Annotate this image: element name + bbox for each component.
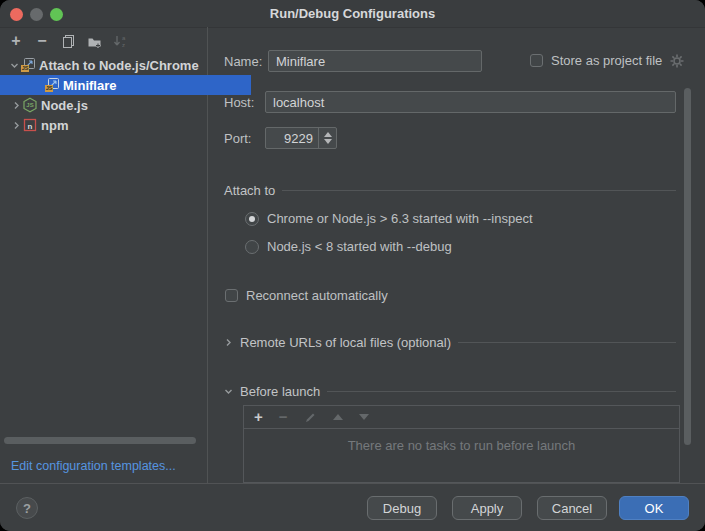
move-task-up-button[interactable] [333,414,343,420]
radio-label: Chrome or Node.js > 6.3 started with --i… [267,211,533,226]
tree-item-attach-node-chrome[interactable]: JS Attach to Node.js/Chrome [0,55,215,75]
move-task-down-button[interactable] [359,414,369,420]
before-launch-label: Before launch [240,384,320,399]
chevron-down-icon[interactable] [224,387,233,396]
before-launch-section-header[interactable]: Before launch [224,383,676,399]
remote-urls-section-header[interactable]: Remote URLs of local files (optional) [224,334,676,350]
gear-icon[interactable] [670,54,684,68]
tree-item-label: Miniflare [63,78,116,93]
name-label: Name: [224,54,262,69]
tree-item-nodejs[interactable]: JS Node.js [0,95,217,115]
edit-task-button pencil-icon[interactable] [304,411,317,424]
radio-unselected-icon[interactable] [245,240,259,254]
port-label: Port: [224,131,251,146]
port-value: 9229 [284,131,313,146]
store-as-project-file-row[interactable]: Store as project file [530,53,684,68]
remove-configuration-button[interactable]: − [34,33,50,49]
before-launch-empty-text: There are no tasks to run before launch [244,438,679,453]
copy-icon [61,34,76,49]
attach-nodejs-chrome-icon: JS [20,57,36,73]
sort-configurations-button[interactable]: a z [112,33,128,49]
name-input[interactable]: Miniflare [268,50,482,72]
question-mark-icon: ? [23,501,31,516]
reconnect-label: Reconnect automatically [246,288,388,303]
svg-text:a: a [122,35,126,41]
debug-button[interactable]: Debug [367,496,437,520]
attach-to-section-header: Attach to [224,182,676,198]
run-debug-configurations-dialog: Run/Debug Configurations + − a z [0,0,705,531]
store-as-project-file-checkbox[interactable] [530,54,543,67]
edit-configuration-templates-link[interactable]: Edit configuration templates... [11,459,176,473]
add-task-button plus-icon[interactable]: + [254,409,263,425]
chevron-right-icon[interactable] [224,338,233,347]
chevron-down-icon[interactable] [8,61,20,70]
radio-label: Node.js < 8 started with --debug [267,239,452,254]
stepper-down-icon[interactable] [324,139,332,144]
add-configuration-button[interactable]: + [8,33,24,49]
store-as-project-file-label: Store as project file [551,53,662,68]
plus-icon: + [11,33,20,49]
tree-item-npm[interactable]: n npm [0,115,217,135]
section-separator [327,391,676,392]
new-folder-icon [87,34,102,49]
port-input[interactable]: 9229 [265,127,337,149]
before-launch-toolbar: + − [244,406,679,429]
minus-icon: − [37,33,46,49]
tree-item-miniflare[interactable]: JS Miniflare [0,75,251,95]
ok-button[interactable]: OK [619,496,689,520]
cancel-button[interactable]: Cancel [537,496,607,520]
sidebar-horizontal-scrollbar[interactable] [4,437,196,444]
radio-option-inspect[interactable]: Chrome or Node.js > 6.3 started with --i… [245,211,533,226]
section-separator [282,190,676,191]
attach-to-label: Attach to [224,183,275,198]
svg-text:n: n [28,122,33,131]
host-label: Host: [224,95,254,110]
remove-task-button minus-icon[interactable]: − [279,409,288,425]
svg-text:JS: JS [22,65,29,71]
stepper-up-icon[interactable] [324,132,332,137]
radio-selected-icon[interactable] [245,212,259,226]
port-stepper[interactable] [318,128,336,148]
sort-alpha-icon: a z [113,34,128,49]
apply-button[interactable]: Apply [452,496,522,520]
dialog-title: Run/Debug Configurations [0,0,705,27]
svg-text:JS: JS [26,102,33,108]
chevron-right-icon[interactable] [10,101,22,110]
new-folder-button[interactable] [86,33,102,49]
host-value: localhost [273,95,324,110]
help-button[interactable]: ? [16,497,38,519]
tree-item-label: Attach to Node.js/Chrome [39,58,199,73]
nodejs-icon: JS [22,97,38,113]
npm-icon: n [22,117,38,133]
radio-option-debug[interactable]: Node.js < 8 started with --debug [245,239,452,254]
name-value: Miniflare [276,54,325,69]
copy-configuration-button[interactable] [60,33,76,49]
attach-nodejs-chrome-icon: JS [44,77,60,93]
sidebar-toolbar: + − a z [8,33,128,49]
section-separator [458,342,676,343]
reconnect-automatically-row[interactable]: Reconnect automatically [225,288,388,303]
chevron-right-icon[interactable] [10,121,22,130]
svg-text:z: z [122,42,125,48]
before-launch-task-list: + − There are no tasks to run before lau… [243,405,680,483]
form-vertical-scrollbar[interactable] [684,88,691,445]
remote-urls-label: Remote URLs of local files (optional) [240,335,451,350]
reconnect-checkbox[interactable] [225,289,238,302]
tree-item-label: npm [41,118,68,133]
tree-item-label: Node.js [41,98,88,113]
svg-text:JS: JS [46,85,53,91]
host-input[interactable]: localhost [265,91,676,113]
